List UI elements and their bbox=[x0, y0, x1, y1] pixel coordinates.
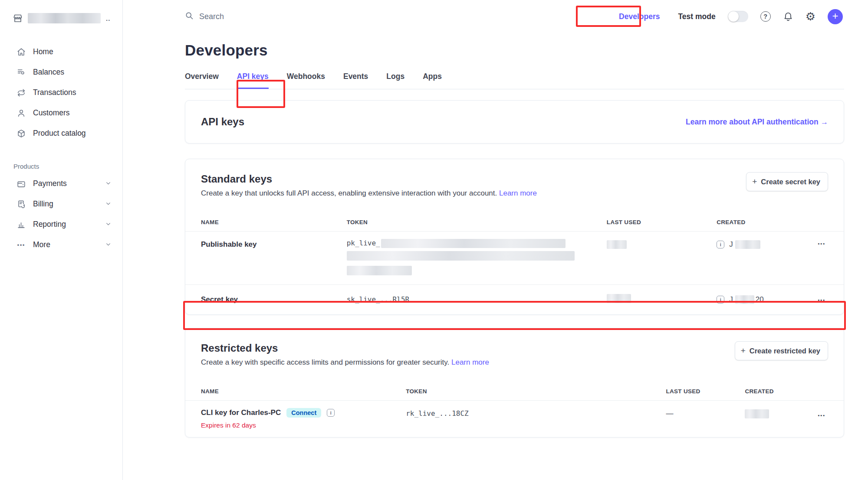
created-value-suffix: 20 bbox=[756, 295, 764, 304]
search-icon bbox=[185, 11, 194, 22]
settings-button[interactable]: ⚙ bbox=[806, 11, 815, 22]
sidebar-item-label: Billing bbox=[33, 199, 53, 209]
sidebar-item-label: Product catalog bbox=[33, 129, 86, 138]
sidebar-item-label: Home bbox=[33, 47, 53, 56]
chevron-down-icon bbox=[105, 179, 111, 188]
column-header-last-used: LAST USED bbox=[666, 388, 745, 395]
plus-icon: + bbox=[752, 177, 757, 186]
sidebar-item-label: Reporting bbox=[33, 220, 66, 229]
info-icon[interactable]: i bbox=[717, 296, 724, 304]
column-header-created: CREATED bbox=[717, 219, 814, 225]
info-icon[interactable]: i bbox=[327, 409, 335, 417]
sidebar-nav: Home Balances Transactions Customers Pro… bbox=[0, 42, 122, 255]
sidebar: .. Home Balances Transactions Customers … bbox=[0, 0, 123, 480]
more-icon: ••• bbox=[16, 240, 26, 250]
key-name: Publishable key bbox=[185, 240, 347, 249]
secret-key-token[interactable]: sk_live_...Rl5R bbox=[347, 295, 410, 304]
restricted-keys-learn-more-link[interactable]: Learn more bbox=[451, 358, 489, 366]
chevron-down-icon bbox=[105, 220, 111, 229]
search-placeholder: Search bbox=[199, 12, 224, 21]
sidebar-item-payments[interactable]: Payments bbox=[0, 173, 122, 194]
tab-apps[interactable]: Apps bbox=[423, 72, 442, 89]
api-keys-panel: API keys Learn more about API authentica… bbox=[185, 100, 844, 144]
toggle-knob bbox=[728, 11, 739, 22]
table-row-secret-key: Secret key sk_live_...Rl5R i J 20 ••• bbox=[185, 285, 844, 314]
created-redacted bbox=[735, 295, 754, 304]
table-row-publishable-key: Publishable key pk_live_ i J ••• bbox=[185, 232, 844, 285]
tab-overview[interactable]: Overview bbox=[185, 72, 219, 89]
token-redacted bbox=[347, 251, 575, 261]
last-used-redacted bbox=[607, 240, 627, 249]
main-area: Search Developers Test mode ? ⚙ + Develo… bbox=[123, 0, 868, 480]
developers-link[interactable]: Developers bbox=[619, 12, 660, 21]
product-catalog-icon bbox=[16, 129, 26, 138]
tab-logs[interactable]: Logs bbox=[386, 72, 404, 89]
api-auth-learn-more-link[interactable]: Learn more about API authentication → bbox=[686, 118, 828, 127]
tab-events[interactable]: Events bbox=[343, 72, 368, 89]
key-name: Secret key bbox=[185, 295, 347, 304]
stripe-dashboard-page: .. Home Balances Transactions Customers … bbox=[0, 0, 868, 480]
topbar: Search Developers Test mode ? ⚙ + bbox=[123, 0, 868, 33]
customers-icon bbox=[16, 108, 26, 118]
account-name-ellipsis: .. bbox=[106, 15, 110, 22]
help-icon: ? bbox=[760, 11, 771, 22]
table-row-cli-key: CLI key for Charles-PC Connect i Expires… bbox=[185, 401, 844, 437]
last-used-redacted bbox=[607, 294, 631, 303]
chevron-down-icon bbox=[105, 240, 111, 249]
sidebar-item-more[interactable]: ••• More bbox=[0, 235, 122, 255]
column-header-last-used: LAST USED bbox=[607, 219, 717, 225]
publishable-key-token[interactable]: pk_live_ bbox=[347, 239, 380, 247]
key-name: CLI key for Charles-PC bbox=[201, 408, 281, 417]
tab-bar: Overview API keys Webhooks Events Logs A… bbox=[185, 72, 844, 89]
sidebar-item-reporting[interactable]: Reporting bbox=[0, 214, 122, 235]
create-restricted-key-button[interactable]: + Create restricted key bbox=[735, 341, 828, 360]
tab-webhooks[interactable]: Webhooks bbox=[287, 72, 325, 89]
token-redacted bbox=[347, 266, 412, 275]
chevron-down-icon bbox=[105, 199, 111, 209]
test-mode-toggle[interactable] bbox=[728, 11, 748, 22]
column-header-name: NAME bbox=[185, 219, 347, 225]
restricted-keys-panel: Restricted keys Create a key with specif… bbox=[185, 328, 844, 438]
billing-icon bbox=[16, 199, 26, 209]
row-overflow-menu-button[interactable]: ••• bbox=[818, 297, 825, 303]
expires-note: Expires in 62 days bbox=[201, 421, 406, 429]
sidebar-item-label: Customers bbox=[33, 108, 70, 118]
sidebar-item-product-catalog[interactable]: Product catalog bbox=[0, 123, 122, 144]
sidebar-item-billing[interactable]: Billing bbox=[0, 194, 122, 214]
info-icon[interactable]: i bbox=[717, 241, 724, 248]
connect-badge[interactable]: Connect bbox=[286, 408, 321, 418]
created-value: J bbox=[729, 295, 733, 304]
sidebar-item-balances[interactable]: Balances bbox=[0, 62, 122, 82]
create-secret-key-button[interactable]: + Create secret key bbox=[746, 172, 828, 191]
reporting-icon bbox=[16, 220, 26, 229]
column-header-created: CREATED bbox=[745, 388, 817, 395]
last-used-value: — bbox=[666, 409, 745, 418]
restricted-keys-table-header: NAME TOKEN LAST USED CREATED bbox=[185, 382, 844, 401]
standard-keys-learn-more-link[interactable]: Learn more bbox=[499, 189, 537, 197]
token-redacted bbox=[381, 239, 566, 248]
row-overflow-menu-button[interactable]: ••• bbox=[818, 413, 825, 418]
created-value: J bbox=[729, 240, 733, 249]
help-button[interactable]: ? bbox=[760, 11, 771, 22]
search-input[interactable]: Search bbox=[185, 11, 224, 22]
api-keys-title: API keys bbox=[201, 116, 244, 128]
restricted-keys-title: Restricted keys bbox=[201, 342, 828, 354]
sidebar-item-home[interactable]: Home bbox=[0, 42, 122, 62]
created-redacted bbox=[735, 240, 760, 249]
notifications-button[interactable] bbox=[783, 11, 793, 22]
sidebar-item-label: Payments bbox=[33, 179, 67, 188]
sidebar-item-transactions[interactable]: Transactions bbox=[0, 82, 122, 103]
content: Developers Overview API keys Webhooks Ev… bbox=[123, 42, 868, 438]
plus-icon: + bbox=[741, 346, 746, 356]
account-switcher[interactable]: .. bbox=[0, 10, 122, 27]
sidebar-item-customers[interactable]: Customers bbox=[0, 103, 122, 123]
account-name-redacted bbox=[28, 13, 101, 23]
standard-keys-description: Create a key that unlocks full API acces… bbox=[201, 189, 497, 197]
tab-api-keys[interactable]: API keys bbox=[237, 72, 269, 89]
standard-keys-title: Standard keys bbox=[201, 173, 828, 185]
column-header-token: TOKEN bbox=[406, 388, 666, 395]
create-button[interactable]: + bbox=[828, 9, 843, 24]
sidebar-item-label: More bbox=[33, 240, 50, 249]
row-overflow-menu-button[interactable]: ••• bbox=[818, 241, 825, 246]
restricted-key-token[interactable]: rk_live_...18CZ bbox=[406, 409, 469, 418]
